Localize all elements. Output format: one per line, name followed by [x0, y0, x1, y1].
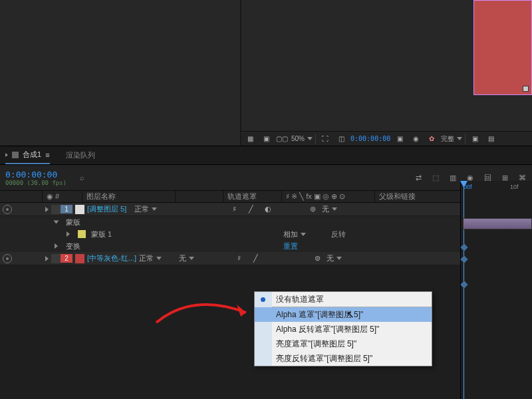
- shy-toggle-icon[interactable]: ⇄: [412, 172, 424, 184]
- col-num[interactable]: ◉ #: [47, 192, 59, 201]
- menu-label: Alpha 反转遮罩"[调整图层 5]": [276, 324, 379, 335]
- current-timecode[interactable]: 0:00:00:00: [5, 170, 57, 180]
- grid-icon[interactable]: ▦: [243, 133, 257, 145]
- mask-group-label: 蒙版: [66, 217, 80, 227]
- tab-comp-label: 合成1: [23, 150, 41, 160]
- cursor-icon: ↖: [346, 309, 354, 320]
- search-icon[interactable]: ⌕: [80, 174, 84, 182]
- mask-mode-dropdown[interactable]: 相加: [283, 229, 306, 239]
- menu-item-no-matte[interactable]: 没有轨道遮罩: [255, 292, 432, 307]
- keyframe-marker[interactable]: [460, 255, 467, 263]
- layer-panel: 1 [调整图层 5] 正常 ♯ ╱ ◐ ⊚ 无 蒙版 蒙版 1 相加 反转 变换…: [0, 203, 532, 265]
- visibility-icon[interactable]: [3, 254, 12, 263]
- playhead[interactable]: [464, 181, 464, 399]
- vr-icon[interactable]: ▢▢: [275, 133, 289, 145]
- mask-invert-label[interactable]: 反转: [331, 229, 346, 239]
- track-matte-dropdown[interactable]: 无: [179, 253, 194, 263]
- transparency-icon[interactable]: ▤: [484, 133, 497, 145]
- menu-item-luma-inverted[interactable]: 亮度反转遮罩"[调整图层 5]": [255, 351, 432, 366]
- pickwhip-icon[interactable]: ⊚: [310, 205, 316, 213]
- preview-toolbar: ▦ ▣ ▢▢ 50% ⛶ ◫ 0:00:00:00 ▣ ◉ ✿ 完整 ▣ ▤: [241, 131, 532, 146]
- tab-render-queue[interactable]: 渲染队列: [66, 146, 95, 164]
- track-matte-menu: 没有轨道遮罩 Alpha 遮罩"[调整图层 5]" ↖ Alpha 反转遮罩"[…: [254, 291, 432, 366]
- tab-rq-label: 渲染队列: [66, 150, 95, 160]
- col-parent[interactable]: 父级和链接: [379, 192, 416, 201]
- twirl-icon[interactable]: [55, 243, 58, 249]
- layer-index: 2: [61, 254, 72, 263]
- selected-bullet-icon: [261, 297, 265, 302]
- menu-item-luma-matte[interactable]: 亮度遮罩"[调整图层 5]": [255, 336, 432, 351]
- canvas-shape[interactable]: [473, 0, 532, 95]
- preview-timecode[interactable]: 0:00:00:00: [350, 133, 390, 145]
- quality-label: 完整: [441, 134, 454, 144]
- layer-row-1[interactable]: 1 [调整图层 5] 正常 ♯ ╱ ◐ ⊚ 无: [0, 203, 532, 216]
- keyframe-marker[interactable]: [460, 281, 467, 288]
- transform-group-row[interactable]: 变换 重置: [0, 240, 532, 252]
- comp-icon: [12, 152, 19, 158]
- twirl-icon[interactable]: [45, 207, 49, 212]
- crop-icon[interactable]: ⛶: [319, 133, 332, 145]
- layers-icon[interactable]: ▣: [259, 133, 273, 145]
- twirl-icon[interactable]: [54, 221, 59, 224]
- parent-dropdown[interactable]: 无: [327, 253, 342, 263]
- menu-item-alpha-inverted[interactable]: Alpha 反转遮罩"[调整图层 5]": [255, 322, 432, 336]
- panel-tabs: 合成1 ≡ 渲染队列: [0, 146, 532, 165]
- menu-label: 亮度反转遮罩"[调整图层 5]": [276, 353, 372, 364]
- snapshot-icon[interactable]: ▣: [393, 133, 406, 145]
- frame-blend-icon[interactable]: ▥: [447, 172, 459, 184]
- layer-index: 1: [61, 205, 72, 213]
- preview-right-panel[interactable]: [242, 0, 532, 145]
- visibility-icon[interactable]: [3, 205, 12, 214]
- transform-label: 变换: [66, 241, 80, 251]
- layer-row-2[interactable]: 2 [中等灰色-红...] 正常 无 ♯ ╱ ⊚ 无: [0, 252, 532, 265]
- menu-label: 没有轨道遮罩: [276, 294, 324, 305]
- blend-mode-dropdown[interactable]: 正常: [139, 253, 162, 263]
- ruler-tick-10: 10f: [510, 184, 519, 190]
- menu-item-alpha-matte[interactable]: Alpha 遮罩"[调整图层 5]" ↖: [255, 307, 432, 322]
- zoom-value: 50%: [291, 135, 305, 142]
- channel-icon[interactable]: ◉: [409, 133, 422, 145]
- color-mgmt-icon[interactable]: ✿: [425, 133, 438, 145]
- menu-label: 亮度遮罩"[调整图层 5]": [276, 338, 356, 350]
- mask-toggle-icon[interactable]: ◫: [334, 133, 348, 145]
- layer-name-text[interactable]: [调整图层 5]: [87, 204, 126, 214]
- label-color[interactable]: [51, 205, 61, 214]
- mask-name[interactable]: 蒙版 1: [91, 229, 112, 239]
- transform-reset-link[interactable]: 重置: [283, 241, 298, 251]
- draft3d-icon[interactable]: ⬚: [430, 172, 442, 184]
- tab-menu-icon[interactable]: ≡: [45, 151, 49, 159]
- annotation-arrow: [153, 286, 259, 326]
- layer-duration-bar[interactable]: [463, 218, 532, 229]
- col-layer-name[interactable]: 图层名称: [86, 192, 116, 201]
- zoom-dropdown[interactable]: 50%: [291, 133, 313, 145]
- twirl-icon[interactable]: [45, 256, 49, 261]
- mask-color-swatch[interactable]: [78, 230, 86, 238]
- keyframe-marker[interactable]: [460, 243, 467, 251]
- twirl-icon[interactable]: [66, 231, 70, 237]
- layer-swatch: [75, 254, 84, 263]
- adjustment-icon[interactable]: ◐: [265, 205, 271, 213]
- tab-indicator-icon: [5, 153, 8, 157]
- timecode-sub: 00000 (30.00 fps): [5, 180, 80, 186]
- tab-composition[interactable]: 合成1 ≡: [5, 146, 50, 164]
- preview-left-panel: [0, 0, 241, 145]
- mask-group-row[interactable]: 蒙版: [0, 216, 532, 228]
- col-switches[interactable]: ♯ ※ ╲ fx ▣ ◎ ⊕ ⊙: [286, 192, 345, 201]
- layer-swatch: [75, 205, 84, 214]
- resolution-dropdown[interactable]: 完整: [441, 133, 462, 145]
- pickwhip-icon[interactable]: ⊚: [315, 254, 321, 263]
- mask-item-row[interactable]: 蒙版 1 相加 反转: [0, 228, 532, 240]
- timeline-columns-header: ◉ # 图层名称 轨道遮罩 ♯ ※ ╲ fx ▣ ◎ ⊕ ⊙ 父级和链接: [0, 190, 532, 203]
- label-color[interactable]: [51, 254, 61, 263]
- layer-name-text[interactable]: [中等灰色-红...]: [87, 253, 136, 263]
- roi-icon[interactable]: ▣: [468, 133, 481, 145]
- parent-dropdown[interactable]: 无: [322, 204, 337, 214]
- preview-area: ▦ ▣ ▢▢ 50% ⛶ ◫ 0:00:00:00 ▣ ◉ ✿ 完整 ▣ ▤: [0, 0, 532, 146]
- blend-mode-dropdown[interactable]: 正常: [134, 204, 157, 214]
- col-track-matte[interactable]: 轨道遮罩: [227, 192, 257, 201]
- timeline-ruler-area[interactable]: 00f 10f: [460, 181, 532, 399]
